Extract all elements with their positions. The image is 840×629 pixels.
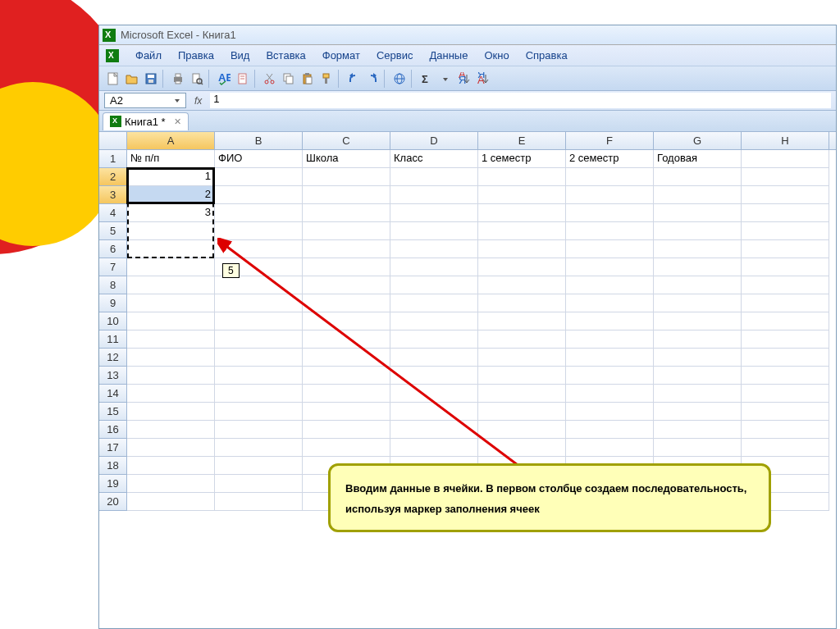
menu-file[interactable]: Файл bbox=[127, 47, 170, 64]
print-icon[interactable] bbox=[169, 70, 187, 88]
hyperlink-icon[interactable] bbox=[390, 70, 409, 88]
workbook-tab[interactable]: Книга1 * ✕ bbox=[103, 112, 189, 130]
row-header-3[interactable]: 3 bbox=[99, 186, 127, 204]
instruction-callout: Вводим данные в ячейки. В первом столбце… bbox=[328, 463, 771, 532]
svg-rect-19 bbox=[286, 76, 293, 84]
cell-E1[interactable]: 1 семестр bbox=[478, 150, 566, 168]
cell-A2[interactable]: 1 bbox=[127, 168, 215, 186]
callout-text: Вводим данные в ячейки. В первом столбце… bbox=[345, 482, 746, 515]
undo-icon[interactable] bbox=[345, 70, 363, 88]
dropdown-icon[interactable] bbox=[174, 98, 180, 104]
cell-H1[interactable] bbox=[742, 150, 829, 168]
svg-rect-3 bbox=[148, 80, 153, 83]
col-header-F[interactable]: F bbox=[566, 132, 654, 149]
close-tab-icon[interactable]: ✕ bbox=[174, 116, 181, 127]
row-header-20[interactable]: 20 bbox=[99, 493, 127, 511]
row-header-14[interactable]: 14 bbox=[99, 385, 127, 403]
cell-C1[interactable]: Школа bbox=[303, 150, 390, 168]
excel-app-icon bbox=[103, 29, 116, 42]
menu-bar: Файл Правка Вид Вставка Формат Сервис Да… bbox=[99, 45, 836, 66]
cell-G1[interactable]: Годовая bbox=[654, 150, 742, 168]
row-header-12[interactable]: 12 bbox=[99, 349, 127, 367]
cut-icon[interactable] bbox=[261, 70, 279, 88]
save-icon[interactable] bbox=[142, 70, 160, 88]
name-box[interactable]: A2 bbox=[104, 93, 186, 108]
col-header-B[interactable]: B bbox=[215, 132, 303, 149]
menu-format[interactable]: Формат bbox=[314, 47, 368, 64]
select-all-corner[interactable] bbox=[99, 132, 127, 149]
svg-rect-22 bbox=[306, 77, 312, 84]
row-header-5[interactable]: 5 bbox=[99, 222, 127, 240]
sort-desc-icon[interactable]: ЯА bbox=[474, 70, 492, 88]
svg-text:Я: Я bbox=[459, 74, 466, 85]
column-headers: A B C D E F G H bbox=[99, 132, 836, 150]
svg-line-16 bbox=[267, 74, 272, 80]
col-header-E[interactable]: E bbox=[478, 132, 566, 149]
row-header-19[interactable]: 19 bbox=[99, 475, 127, 493]
svg-text:А: А bbox=[477, 74, 485, 85]
copy-icon[interactable] bbox=[280, 70, 298, 88]
sort-asc-icon[interactable]: АЯ bbox=[455, 70, 473, 88]
row-header-9[interactable]: 9 bbox=[99, 294, 127, 312]
autosum-icon[interactable]: Σ bbox=[418, 70, 436, 88]
window-title: Microsoft Excel - Книга1 bbox=[121, 29, 236, 41]
row-header-2[interactable]: 2 bbox=[99, 168, 127, 186]
app-menu-icon[interactable] bbox=[106, 49, 119, 62]
row-header-15[interactable]: 15 bbox=[99, 403, 127, 421]
workbook-tabs: Книга1 * ✕ bbox=[99, 111, 836, 132]
dropdown-icon[interactable] bbox=[436, 70, 454, 88]
workbook-icon bbox=[110, 116, 121, 127]
spreadsheet-grid[interactable]: A B C D E F G H 1 № п/п ФИО Школа Класс … bbox=[99, 132, 836, 628]
menu-edit[interactable]: Правка bbox=[170, 47, 222, 64]
cell-B1[interactable]: ФИО bbox=[215, 150, 303, 168]
cell-A3[interactable]: 2 bbox=[127, 186, 215, 204]
row-4: 4 3 bbox=[99, 204, 836, 222]
cell-F1[interactable]: 2 семестр bbox=[566, 150, 654, 168]
row-header-11[interactable]: 11 bbox=[99, 330, 127, 349]
new-doc-icon[interactable] bbox=[104, 70, 122, 88]
spellcheck-icon[interactable]: ABC bbox=[215, 70, 233, 88]
col-header-H[interactable]: H bbox=[742, 132, 829, 149]
cell-A4[interactable]: 3 bbox=[127, 204, 215, 222]
row-header-16[interactable]: 16 bbox=[99, 421, 127, 439]
menu-tools[interactable]: Сервис bbox=[368, 47, 422, 64]
row-header-7[interactable]: 7 bbox=[99, 258, 127, 276]
formula-input[interactable]: 1 bbox=[210, 93, 831, 108]
row-header-18[interactable]: 18 bbox=[99, 457, 127, 475]
svg-rect-2 bbox=[148, 75, 154, 78]
cell-B2[interactable] bbox=[215, 168, 303, 186]
row-header-13[interactable]: 13 bbox=[99, 367, 127, 385]
formula-bar: A2 fx 1 bbox=[99, 91, 836, 111]
row-header-6[interactable]: 6 bbox=[99, 240, 127, 258]
fill-tooltip: 5 bbox=[222, 263, 240, 278]
svg-line-17 bbox=[267, 74, 272, 80]
fx-icon[interactable]: fx bbox=[194, 95, 202, 107]
cell-A1[interactable]: № п/п bbox=[127, 150, 215, 168]
svg-point-14 bbox=[265, 80, 268, 84]
row-header-1[interactable]: 1 bbox=[99, 150, 127, 168]
menu-insert[interactable]: Вставка bbox=[258, 47, 313, 64]
menu-data[interactable]: Данные bbox=[421, 47, 476, 64]
svg-rect-6 bbox=[176, 81, 180, 84]
menu-window[interactable]: Окно bbox=[476, 47, 517, 64]
row-header-10[interactable]: 10 bbox=[99, 312, 127, 330]
menu-help[interactable]: Справка bbox=[518, 47, 576, 64]
col-header-C[interactable]: C bbox=[303, 132, 390, 149]
menu-view[interactable]: Вид bbox=[222, 47, 258, 64]
row-header-17[interactable]: 17 bbox=[99, 439, 127, 457]
col-header-G[interactable]: G bbox=[654, 132, 742, 149]
row-header-8[interactable]: 8 bbox=[99, 276, 127, 294]
print-preview-icon[interactable] bbox=[188, 70, 206, 88]
col-header-D[interactable]: D bbox=[390, 132, 478, 149]
format-painter-icon[interactable] bbox=[317, 70, 336, 88]
paste-icon[interactable] bbox=[299, 70, 317, 88]
open-icon[interactable] bbox=[123, 70, 141, 88]
cell-D1[interactable]: Класс bbox=[390, 150, 478, 168]
row-2: 2 1 bbox=[99, 168, 836, 186]
row-header-4[interactable]: 4 bbox=[99, 204, 127, 222]
redo-icon[interactable] bbox=[363, 70, 381, 88]
row-1: 1 № п/п ФИО Школа Класс 1 семестр 2 семе… bbox=[99, 150, 836, 168]
research-icon[interactable] bbox=[234, 70, 252, 88]
col-header-A[interactable]: A bbox=[127, 132, 215, 149]
title-bar: Microsoft Excel - Книга1 bbox=[99, 25, 836, 45]
